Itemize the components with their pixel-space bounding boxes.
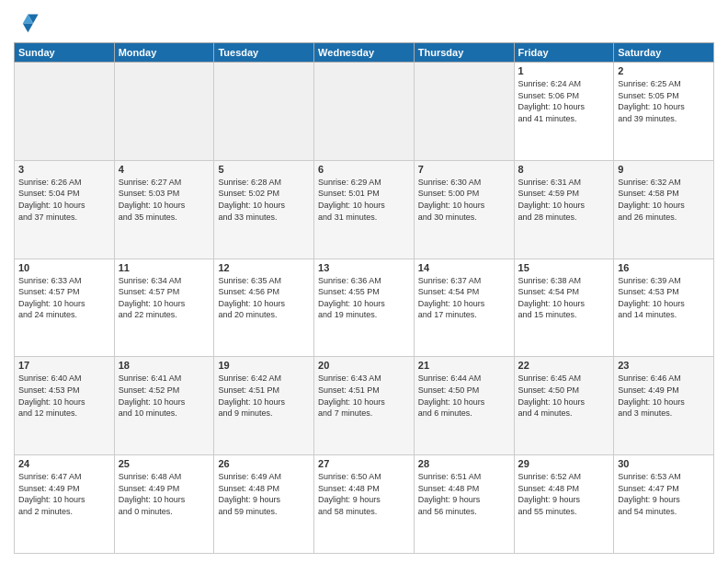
- day-info: Sunrise: 6:25 AM Sunset: 5:05 PM Dayligh…: [618, 78, 710, 124]
- day-info: Sunrise: 6:30 AM Sunset: 5:00 PM Dayligh…: [418, 177, 510, 223]
- day-number: 28: [418, 458, 510, 469]
- day-info: Sunrise: 6:48 AM Sunset: 4:49 PM Dayligh…: [119, 471, 210, 517]
- calendar-week-row: 1Sunrise: 6:24 AM Sunset: 5:06 PM Daylig…: [15, 63, 714, 161]
- day-number: 11: [119, 262, 210, 273]
- calendar-cell: 27Sunrise: 6:50 AM Sunset: 4:48 PM Dayli…: [314, 455, 415, 554]
- calendar-cell: [15, 63, 115, 161]
- day-number: 4: [119, 164, 210, 175]
- day-number: 29: [518, 458, 610, 469]
- day-info: Sunrise: 6:44 AM Sunset: 4:50 PM Dayligh…: [418, 373, 510, 419]
- page: SundayMondayTuesdayWednesdayThursdayFrid…: [0, 0, 728, 563]
- day-number: 15: [518, 262, 610, 273]
- day-info: Sunrise: 6:38 AM Sunset: 4:54 PM Dayligh…: [518, 275, 610, 321]
- day-info: Sunrise: 6:52 AM Sunset: 4:48 PM Dayligh…: [518, 471, 610, 517]
- calendar-cell: [214, 63, 314, 161]
- day-number: 3: [18, 164, 110, 175]
- day-info: Sunrise: 6:50 AM Sunset: 4:48 PM Dayligh…: [318, 471, 410, 517]
- day-number: 16: [618, 262, 710, 273]
- day-number: 7: [418, 164, 510, 175]
- calendar-cell: 22Sunrise: 6:45 AM Sunset: 4:50 PM Dayli…: [514, 357, 614, 455]
- day-info: Sunrise: 6:26 AM Sunset: 5:04 PM Dayligh…: [18, 177, 110, 223]
- calendar-cell: 2Sunrise: 6:25 AM Sunset: 5:05 PM Daylig…: [614, 63, 714, 161]
- day-number: 27: [318, 458, 410, 469]
- calendar-cell: 9Sunrise: 6:32 AM Sunset: 4:58 PM Daylig…: [614, 160, 714, 259]
- day-number: 14: [418, 262, 510, 273]
- calendar-cell: 11Sunrise: 6:34 AM Sunset: 4:57 PM Dayli…: [114, 259, 214, 357]
- day-info: Sunrise: 6:42 AM Sunset: 4:51 PM Dayligh…: [218, 373, 310, 419]
- day-info: Sunrise: 6:29 AM Sunset: 5:01 PM Dayligh…: [318, 177, 410, 223]
- day-info: Sunrise: 6:34 AM Sunset: 4:57 PM Dayligh…: [119, 275, 210, 321]
- calendar-cell: 6Sunrise: 6:29 AM Sunset: 5:01 PM Daylig…: [314, 160, 415, 259]
- logo-icon: [14, 9, 40, 35]
- weekday-header: Sunday: [15, 43, 115, 63]
- day-number: 22: [518, 360, 610, 371]
- calendar-table: SundayMondayTuesdayWednesdayThursdayFrid…: [14, 42, 714, 554]
- day-info: Sunrise: 6:39 AM Sunset: 4:53 PM Dayligh…: [618, 275, 710, 321]
- day-info: Sunrise: 6:47 AM Sunset: 4:49 PM Dayligh…: [18, 471, 110, 517]
- calendar-cell: 13Sunrise: 6:36 AM Sunset: 4:55 PM Dayli…: [314, 259, 415, 357]
- day-info: Sunrise: 6:31 AM Sunset: 4:59 PM Dayligh…: [518, 177, 610, 223]
- calendar-cell: 14Sunrise: 6:37 AM Sunset: 4:54 PM Dayli…: [414, 259, 514, 357]
- day-info: Sunrise: 6:40 AM Sunset: 4:53 PM Dayligh…: [18, 373, 110, 419]
- weekday-header: Tuesday: [214, 43, 314, 63]
- day-number: 18: [119, 360, 210, 371]
- day-number: 25: [119, 458, 210, 469]
- calendar-cell: 26Sunrise: 6:49 AM Sunset: 4:48 PM Dayli…: [214, 455, 314, 554]
- calendar-week-row: 17Sunrise: 6:40 AM Sunset: 4:53 PM Dayli…: [15, 357, 714, 455]
- calendar-cell: 4Sunrise: 6:27 AM Sunset: 5:03 PM Daylig…: [114, 160, 214, 259]
- day-info: Sunrise: 6:46 AM Sunset: 4:49 PM Dayligh…: [618, 373, 710, 419]
- calendar-cell: 20Sunrise: 6:43 AM Sunset: 4:51 PM Dayli…: [314, 357, 415, 455]
- day-number: 10: [18, 262, 110, 273]
- day-number: 23: [618, 360, 710, 371]
- calendar-cell: 16Sunrise: 6:39 AM Sunset: 4:53 PM Dayli…: [614, 259, 714, 357]
- day-info: Sunrise: 6:49 AM Sunset: 4:48 PM Dayligh…: [218, 471, 310, 517]
- day-info: Sunrise: 6:43 AM Sunset: 4:51 PM Dayligh…: [318, 373, 410, 419]
- day-number: 6: [318, 164, 410, 175]
- day-number: 19: [218, 360, 310, 371]
- header: [14, 9, 714, 35]
- calendar-cell: 7Sunrise: 6:30 AM Sunset: 5:00 PM Daylig…: [414, 160, 514, 259]
- weekday-header: Thursday: [414, 43, 514, 63]
- day-info: Sunrise: 6:45 AM Sunset: 4:50 PM Dayligh…: [518, 373, 610, 419]
- day-number: 9: [618, 164, 710, 175]
- day-number: 13: [318, 262, 410, 273]
- calendar-cell: 30Sunrise: 6:53 AM Sunset: 4:47 PM Dayli…: [614, 455, 714, 554]
- day-info: Sunrise: 6:51 AM Sunset: 4:48 PM Dayligh…: [418, 471, 510, 517]
- day-number: 21: [418, 360, 510, 371]
- calendar-cell: 29Sunrise: 6:52 AM Sunset: 4:48 PM Dayli…: [514, 455, 614, 554]
- calendar-cell: 15Sunrise: 6:38 AM Sunset: 4:54 PM Dayli…: [514, 259, 614, 357]
- day-info: Sunrise: 6:32 AM Sunset: 4:58 PM Dayligh…: [618, 177, 710, 223]
- calendar-cell: 10Sunrise: 6:33 AM Sunset: 4:57 PM Dayli…: [15, 259, 115, 357]
- calendar-week-row: 24Sunrise: 6:47 AM Sunset: 4:49 PM Dayli…: [15, 455, 714, 554]
- day-info: Sunrise: 6:37 AM Sunset: 4:54 PM Dayligh…: [418, 275, 510, 321]
- day-number: 5: [218, 164, 310, 175]
- calendar-cell: 21Sunrise: 6:44 AM Sunset: 4:50 PM Dayli…: [414, 357, 514, 455]
- calendar-week-row: 10Sunrise: 6:33 AM Sunset: 4:57 PM Dayli…: [15, 259, 714, 357]
- weekday-header: Saturday: [614, 43, 714, 63]
- calendar-cell: [414, 63, 514, 161]
- day-number: 20: [318, 360, 410, 371]
- calendar-cell: [114, 63, 214, 161]
- calendar-cell: 12Sunrise: 6:35 AM Sunset: 4:56 PM Dayli…: [214, 259, 314, 357]
- calendar-cell: 1Sunrise: 6:24 AM Sunset: 5:06 PM Daylig…: [514, 63, 614, 161]
- calendar-cell: 28Sunrise: 6:51 AM Sunset: 4:48 PM Dayli…: [414, 455, 514, 554]
- calendar-cell: 19Sunrise: 6:42 AM Sunset: 4:51 PM Dayli…: [214, 357, 314, 455]
- calendar-cell: 23Sunrise: 6:46 AM Sunset: 4:49 PM Dayli…: [614, 357, 714, 455]
- day-number: 26: [218, 458, 310, 469]
- day-info: Sunrise: 6:36 AM Sunset: 4:55 PM Dayligh…: [318, 275, 410, 321]
- day-number: 1: [518, 65, 610, 76]
- calendar-header-row: SundayMondayTuesdayWednesdayThursdayFrid…: [15, 43, 714, 63]
- day-number: 8: [518, 164, 610, 175]
- day-number: 24: [18, 458, 110, 469]
- calendar-cell: 5Sunrise: 6:28 AM Sunset: 5:02 PM Daylig…: [214, 160, 314, 259]
- calendar-cell: 18Sunrise: 6:41 AM Sunset: 4:52 PM Dayli…: [114, 357, 214, 455]
- calendar-cell: 17Sunrise: 6:40 AM Sunset: 4:53 PM Dayli…: [15, 357, 115, 455]
- day-number: 2: [618, 65, 710, 76]
- weekday-header: Friday: [514, 43, 614, 63]
- day-info: Sunrise: 6:28 AM Sunset: 5:02 PM Dayligh…: [218, 177, 310, 223]
- svg-marker-2: [23, 23, 33, 32]
- day-info: Sunrise: 6:24 AM Sunset: 5:06 PM Dayligh…: [518, 78, 610, 124]
- day-info: Sunrise: 6:41 AM Sunset: 4:52 PM Dayligh…: [119, 373, 210, 419]
- day-info: Sunrise: 6:27 AM Sunset: 5:03 PM Dayligh…: [119, 177, 210, 223]
- calendar-cell: [314, 63, 415, 161]
